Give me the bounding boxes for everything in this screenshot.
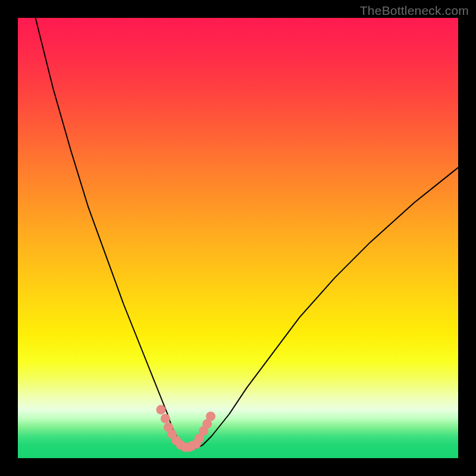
svg-point-1 [161, 414, 170, 423]
highlight-markers [18, 18, 458, 458]
svg-point-0 [156, 405, 166, 415]
chart-frame: TheBottleneck.com [0, 0, 476, 476]
plot-area [18, 18, 458, 458]
watermark-text: TheBottleneck.com [360, 4, 469, 18]
svg-point-13 [206, 412, 215, 421]
